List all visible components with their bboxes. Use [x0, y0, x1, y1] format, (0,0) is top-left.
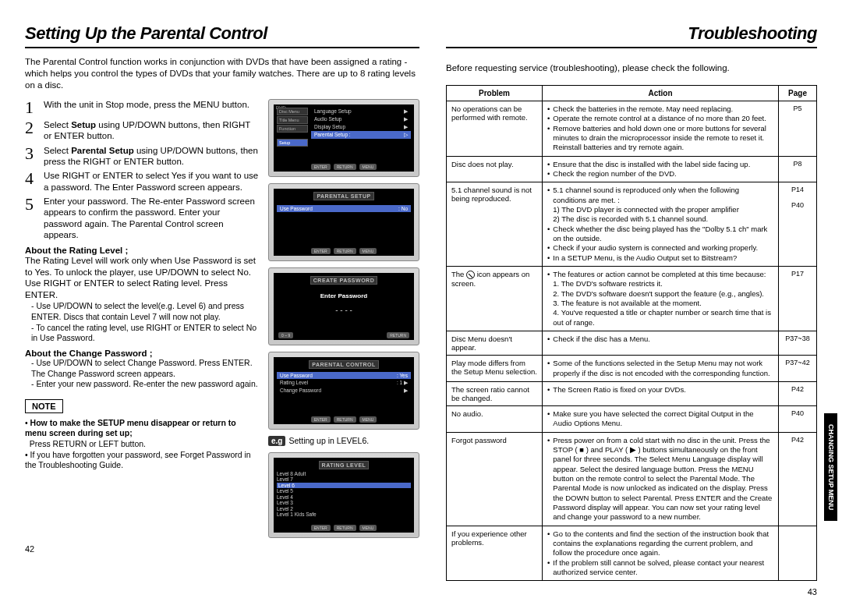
step-2: Select Setup using UP/DOWN buttons, then… [44, 119, 259, 142]
rating-level-text: The Rating Level will work only when Use… [25, 255, 259, 302]
change-password-sublist: Use UP/DOWN to select Change Password. P… [25, 358, 259, 390]
notes: How to make the SETUP menu disappear or … [25, 418, 259, 471]
screenshot-parental-setup: PARENTAL SETUP Use Password: No ENTERRET… [268, 183, 419, 261]
page-title-left: Setting Up the Parental Control [25, 23, 419, 48]
troubleshooting-table: Problem Action Page No operations can be… [446, 85, 817, 581]
table-page [779, 526, 817, 581]
steps-column: 1With the unit in Stop mode, press the M… [25, 99, 259, 538]
screenshots-column: DVD Disc Menu Title Menu Function Setup … [268, 99, 419, 538]
table-problem: Play mode differs from the Setup Menu se… [447, 356, 543, 382]
screenshot-parental-control: PARENTAL CONTROL Use Password: Yes Ratin… [268, 352, 419, 430]
intro-right: Before requesting service (troubleshooti… [446, 62, 817, 74]
table-page: P37~42 [779, 356, 817, 382]
rating-level-heading: About the Rating Level ; [25, 246, 259, 255]
table-problem: Disc does not play. [447, 156, 543, 182]
table-problem: The screen ratio cannot be changed. [447, 381, 543, 405]
screenshot-rating-level: RATING LEVEL Level 8 Adult Level 7 Level… [268, 452, 419, 538]
table-action: The features or action cannot be complet… [543, 267, 779, 331]
table-action: Some of the functions selected in the Se… [543, 356, 779, 382]
change-password-heading: About the Change Password ; [25, 349, 259, 358]
table-problem: No audio. [447, 405, 543, 432]
table-problem: Forgot password [447, 432, 543, 526]
table-problem: No operations can be performed with remo… [447, 101, 543, 156]
table-problem: Disc Menu doesn't appear. [447, 331, 543, 356]
prohibit-icon [466, 271, 475, 279]
table-action: 5.1 channel sound is reproduced only whe… [543, 182, 779, 267]
page-left: Setting Up the Parental Control The Pare… [25, 23, 419, 597]
table-problem: The icon appears on screen. [447, 267, 543, 331]
table-page: P8 [779, 156, 817, 182]
table-page: P42 [779, 381, 817, 405]
table-action: Make sure you have selected the correct … [543, 405, 779, 432]
table-page: P40 [779, 405, 817, 432]
table-problem: If you experience other problems. [447, 526, 543, 581]
side-tab: CHANGING SETUP MENU [824, 413, 837, 521]
page-title-right: Troubleshooting [446, 23, 817, 48]
note-box: NOTE [25, 399, 63, 413]
page-number-right: 43 [446, 587, 817, 597]
table-page: P5 [779, 101, 817, 156]
step-5: Enter your password. The Re-enter Passwo… [44, 196, 259, 241]
page-right: Troubleshooting Before requesting servic… [446, 23, 817, 597]
table-action: Go to the contents and find the section … [543, 526, 779, 581]
screenshot-setup-menu: DVD Disc Menu Title Menu Function Setup … [268, 99, 419, 177]
table-problem: 5.1 channel sound is not being reproduce… [447, 182, 543, 267]
step-4: Use RIGHT or ENTER to select Yes if you … [44, 170, 259, 193]
table-page: P17 [779, 267, 817, 331]
table-action: Check if the disc has a Menu. [543, 331, 779, 356]
page-number-left: 42 [25, 544, 419, 554]
table-page: P37~38 [779, 331, 817, 356]
intro-left: The Parental Control function works in c… [25, 56, 419, 91]
step-3: Select Parental Setup using UP/DOWN butt… [44, 145, 259, 168]
table-action: Check the batteries in the remote. May n… [543, 101, 779, 156]
rating-sublist: Use UP/DOWN to select the level(e.g. Lev… [25, 301, 259, 344]
table-action: Press power on from a cold start with no… [543, 432, 779, 526]
table-page: P14P40 [779, 182, 817, 267]
table-action: Ensure that the disc is installed with t… [543, 156, 779, 182]
step-1: With the unit in Stop mode, press the ME… [44, 99, 249, 116]
table-page: P42 [779, 432, 817, 526]
screenshot-create-password: CREATE PASSWORD Enter Password - - - - 0… [268, 267, 419, 345]
table-action: The Screen Ratio is fixed on your DVDs. [543, 381, 779, 405]
